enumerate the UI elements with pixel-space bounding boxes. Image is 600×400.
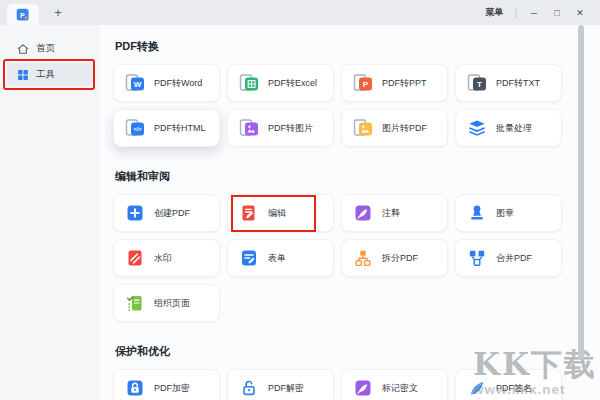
tool-card-create-pdf[interactable]: 创建PDF <box>113 194 220 232</box>
tool-card-pdf-to-word[interactable]: WPDF转Word <box>113 64 220 102</box>
organize-pages-icon <box>125 293 145 313</box>
menu-button[interactable]: 菜单 <box>485 6 503 19</box>
section-2: 编辑和审阅创建PDF编辑注释图章水印表单拆分PDF合并PDF组织页面 <box>113 169 600 322</box>
tool-card-split-pdf[interactable]: 拆分PDF <box>341 239 448 277</box>
tool-card-organize-pages[interactable]: 组织页面 <box>113 284 220 322</box>
pdf-to-html-icon: </> <box>125 118 145 138</box>
tool-card-pdf-sign[interactable]: PDF签名 <box>455 369 562 400</box>
tool-card-label: 标记密文 <box>382 382 418 395</box>
section-title: 保护和优化 <box>115 344 600 359</box>
tool-card-pdf-to-image[interactable]: PDF转图片 <box>227 109 334 147</box>
tool-card-label: PDF解密 <box>268 382 304 395</box>
pdf-to-ppt-icon: P <box>353 73 373 93</box>
tool-card-label: PDF转Excel <box>268 77 317 90</box>
tool-card-label: 水印 <box>154 252 172 265</box>
sidebar-item-tools[interactable]: 工具 <box>7 63 93 86</box>
tool-card-label: PDF转PPT <box>382 77 427 90</box>
svg-text:P: P <box>20 11 25 18</box>
tool-grid: 创建PDF编辑注释图章水印表单拆分PDF合并PDF组织页面 <box>113 194 600 322</box>
tool-card-pdf-to-txt[interactable]: TPDF转TXT <box>455 64 562 102</box>
tool-card-batch-process[interactable]: 批量处理 <box>455 109 562 147</box>
tool-card-label: 图章 <box>496 207 514 220</box>
svg-text:P: P <box>363 80 369 89</box>
tool-card-label: PDF转HTML <box>154 122 206 135</box>
pdf-to-word-icon: W <box>125 73 145 93</box>
sidebar-item-home[interactable]: 首页 <box>7 37 93 60</box>
tool-card-image-to-pdf[interactable]: 图片转PDF <box>341 109 448 147</box>
tool-card-merge-pdf[interactable]: 合并PDF <box>455 239 562 277</box>
divider: | <box>514 7 517 18</box>
pdf-to-image-icon <box>239 118 259 138</box>
tool-card-label: 拆分PDF <box>382 252 418 265</box>
tool-card-stamp[interactable]: 图章 <box>455 194 562 232</box>
pdf-sign-icon <box>467 378 487 398</box>
tool-card-label: PDF转图片 <box>268 122 313 135</box>
create-pdf-icon <box>125 203 145 223</box>
tool-card-pdf-to-ppt[interactable]: PPDF转PPT <box>341 64 448 102</box>
tool-grid: PDF加密PDF解密标记密文PDF签名 <box>113 369 600 400</box>
tools-grid-icon <box>16 68 30 82</box>
tool-card-label: PDF加密 <box>154 382 190 395</box>
batch-process-icon <box>467 118 487 138</box>
app-logo-icon: P <box>16 8 30 22</box>
pdf-to-txt-icon: T <box>467 73 487 93</box>
tool-card-redact[interactable]: 标记密文 <box>341 369 448 400</box>
stamp-icon <box>467 203 487 223</box>
annotate-icon <box>353 203 373 223</box>
tool-card-label: PDF签名 <box>496 382 532 395</box>
image-to-pdf-icon <box>353 118 373 138</box>
tool-card-label: 批量处理 <box>496 122 532 135</box>
tool-card-form[interactable]: 表单 <box>227 239 334 277</box>
tool-card-label: 表单 <box>268 252 286 265</box>
tool-card-annotate[interactable]: 注释 <box>341 194 448 232</box>
pdf-decrypt-icon <box>239 378 259 398</box>
tool-card-edit[interactable]: 编辑 <box>227 194 334 232</box>
app-tab[interactable]: P <box>7 4 39 25</box>
merge-pdf-icon <box>467 248 487 268</box>
tool-card-label: 注释 <box>382 207 400 220</box>
vertical-scrollbar[interactable] <box>578 25 584 360</box>
split-pdf-icon <box>353 248 373 268</box>
tool-card-label: PDF转TXT <box>496 77 540 90</box>
tool-card-pdf-encrypt[interactable]: PDF加密 <box>113 369 220 400</box>
home-icon <box>16 42 30 56</box>
redact-icon <box>353 378 373 398</box>
tool-card-pdf-decrypt[interactable]: PDF解密 <box>227 369 334 400</box>
title-bar: P + 菜单 | ─ □ ✕ <box>0 0 600 26</box>
sidebar: 首页工具 <box>0 25 100 400</box>
tool-card-pdf-to-html[interactable]: </>PDF转HTML <box>113 109 220 147</box>
tool-card-watermark[interactable]: 水印 <box>113 239 220 277</box>
pdf-encrypt-icon <box>125 378 145 398</box>
pdf-to-excel-icon <box>239 73 259 93</box>
svg-text:</>: </> <box>133 126 142 132</box>
close-button[interactable]: ✕ <box>574 8 586 18</box>
edit-icon <box>239 203 259 223</box>
maximize-button[interactable]: □ <box>551 8 563 18</box>
watermark-icon <box>125 248 145 268</box>
svg-text:W: W <box>134 80 142 89</box>
new-tab-button[interactable]: + <box>49 4 67 22</box>
sidebar-item-label: 首页 <box>36 42 55 55</box>
sidebar-item-label: 工具 <box>36 68 55 81</box>
tool-card-label: PDF转Word <box>154 77 202 90</box>
tool-card-label: 合并PDF <box>496 252 532 265</box>
tool-card-pdf-to-excel[interactable]: PDF转Excel <box>227 64 334 102</box>
tool-card-label: 创建PDF <box>154 207 190 220</box>
main-content: PDF转换WPDF转WordPDF转ExcelPPDF转PPTTPDF转TXT<… <box>100 25 600 400</box>
svg-text:T: T <box>477 80 482 89</box>
section-1: PDF转换WPDF转WordPDF转ExcelPPDF转PPTTPDF转TXT<… <box>113 39 600 147</box>
section-title: PDF转换 <box>115 39 600 54</box>
section-3: 保护和优化PDF加密PDF解密标记密文PDF签名 <box>113 344 600 400</box>
minimize-button[interactable]: ─ <box>528 8 540 18</box>
form-icon <box>239 248 259 268</box>
section-title: 编辑和审阅 <box>115 169 600 184</box>
tool-card-label: 组织页面 <box>154 297 190 310</box>
tool-grid: WPDF转WordPDF转ExcelPPDF转PPTTPDF转TXT</>PDF… <box>113 64 600 147</box>
tool-card-label: 图片转PDF <box>382 122 427 135</box>
tool-card-label: 编辑 <box>268 207 286 220</box>
